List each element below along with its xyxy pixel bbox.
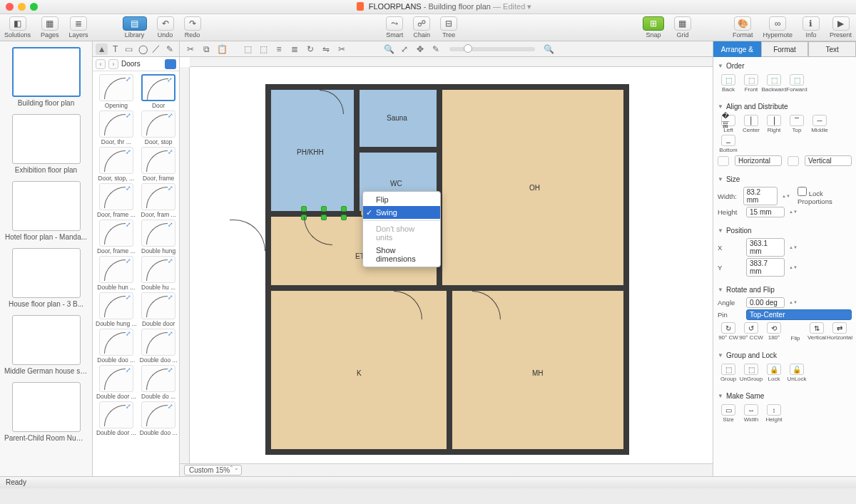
library-item[interactable]: ⤢Double doo ... [140,401,178,436]
order-forward[interactable]: ⬚Forward [786,74,807,93]
page-thumb[interactable]: Middle German house sc... [4,315,88,375]
size-header[interactable]: Size [718,173,852,185]
line-tool[interactable]: ／ [151,43,163,55]
group-tool[interactable]: ⬚ [241,43,254,55]
format-button[interactable]: 🎨 [734,16,751,31]
tree-button[interactable]: ⊟ [440,16,457,31]
grid-button[interactable]: ▦ [674,16,691,31]
tab-arrange[interactable]: Arrange & Size [713,41,761,57]
align-tool[interactable]: ≡ [272,43,285,55]
zoom-select[interactable]: Custom 15% [184,465,242,475]
rotate-header[interactable]: Rotate and Flip [718,284,852,296]
info-button[interactable]: ℹ [802,16,820,31]
library-item[interactable]: ⤢Door, frame ... [96,183,137,218]
align-top[interactable]: ⎺Top [786,115,807,133]
undo-button[interactable]: ↶ [157,16,174,31]
page-thumb[interactable]: Exhibition floor plan [4,114,88,174]
rot-180[interactable]: ⟲180° [763,322,785,341]
library-item[interactable]: ⤢Door, fram ... [140,183,178,218]
grp-group[interactable]: ⬚Group [718,364,739,382]
align-left[interactable]: �畐Left [718,115,739,133]
zoom-window-button[interactable] [30,3,38,11]
distribute-tool[interactable]: ≣ [288,43,301,55]
library-item[interactable]: ⤢Double doo ... [140,329,178,364]
pin-select[interactable]: Top-Center [746,309,852,320]
ctx-swing[interactable]: Swing [363,206,440,219]
rotate-tool[interactable]: ↻ [304,43,317,55]
drawing-canvas[interactable]: ✂ ⧉ 📋 ⬚ ⬚ ≡ ≣ ↻ ⇋ ✂ 🔍 ⤢ ✥ ✎ 🔍 [180,41,713,476]
lib-options-button[interactable] [165,59,176,69]
paste-button[interactable]: 📋 [215,43,228,55]
rot-cw[interactable]: ↻90° CW [718,322,739,341]
lib-fwd-button[interactable]: › [108,59,118,69]
lib-back-button[interactable]: ‹ [96,59,106,69]
text-tool[interactable]: T [109,43,121,55]
ungroup-tool[interactable]: ⬚ [257,43,270,55]
page-thumb[interactable]: Hotel floor plan - Manda... [4,181,88,241]
solutions-button[interactable]: ◧ [9,16,26,31]
dist-v-select[interactable]: Vertical [805,155,852,166]
layers-button[interactable]: ≣ [70,16,87,31]
position-header[interactable]: Position [718,225,852,237]
order-front[interactable]: ⬚Front [740,74,762,93]
rot-ccw[interactable]: ↺90° CCW [740,322,762,341]
tab-text[interactable]: Text [808,41,856,57]
library-item[interactable]: ⤢Door, thr ... [96,110,137,145]
align-right[interactable]: ⎮Right [763,115,785,133]
library-item[interactable]: ⤢Double hung ... [96,292,137,327]
align-middle[interactable]: ─Middle [809,115,830,133]
dist-h-select[interactable]: Horizontal [735,155,782,166]
close-window-button[interactable] [6,3,14,11]
library-item[interactable]: ⤢Double door ... [96,401,137,436]
selected-door[interactable] [304,212,347,217]
align-center[interactable]: ⎪Center [740,115,762,133]
eyedrop-tool[interactable]: ✎ [429,43,442,55]
grp-unlock[interactable]: 🔓UnLock [786,364,807,382]
library-item[interactable]: ⤢Double doo ... [96,329,137,364]
same-width[interactable]: ↔Width [740,404,762,423]
library-item[interactable]: ⤢Double door ... [96,365,137,400]
group-header[interactable]: Group and Lock [718,349,852,361]
library-item[interactable]: ⤢Double do ... [140,365,178,400]
align-header[interactable]: Align and Distribute [718,101,852,113]
ellipse-tool[interactable]: ◯ [137,43,149,55]
library-item[interactable]: ⤢Double hung [140,220,178,254]
pointer-tool[interactable]: ▲ [96,43,108,55]
grp-ungroup[interactable]: ⬚UnGroup [740,364,762,382]
same-size[interactable]: ▭Size [718,404,739,423]
pan-tool[interactable]: ✥ [414,43,427,55]
library-item[interactable]: ⤢Door, stop, ... [96,147,137,182]
tab-format[interactable]: Format [761,41,809,57]
cut-button[interactable]: ✂ [184,43,197,55]
library-item[interactable]: ⤢Door, frame ... [96,220,137,254]
lock-proportions[interactable] [798,187,807,196]
rect-tool[interactable]: ▭ [123,43,135,55]
library-item[interactable]: ⤢Door, frame [140,147,178,182]
ctx-flip[interactable]: Flip [363,193,440,206]
page-thumb[interactable]: Parent-Child Room Num... [4,382,88,442]
library-item[interactable]: ⤢Door, stop [140,110,178,145]
minimize-window-button[interactable] [18,3,26,11]
page-thumb[interactable]: House floor plan - 3 B... [4,248,88,308]
order-back[interactable]: ⬚Back [718,74,739,93]
library-item[interactable]: ⤢Double hu ... [140,256,178,291]
library-item[interactable]: ⤢Door [140,74,178,109]
present-button[interactable]: ▶ [832,16,850,31]
flip-h[interactable]: ⇄Horizontal [829,322,850,341]
ctx-dont-show-units[interactable]: Don't show units [363,222,440,244]
copy-button[interactable]: ⧉ [200,43,213,55]
library-item[interactable]: ⤢Double hun ... [96,256,137,291]
zoom-out-button[interactable]: 🔍 [382,43,395,55]
height-field[interactable]: 15 mm [746,207,785,217]
floorplan[interactable]: Sauna PH/KHH WC OH ET K MH [265,84,629,455]
zoom-fit-button[interactable]: ⤢ [398,43,411,55]
x-field[interactable]: 363.1 mm [746,238,785,257]
flip-tool[interactable]: ⇋ [320,43,332,55]
pages-button[interactable]: ▦ [41,16,58,31]
y-field[interactable]: 383.7 mm [746,258,785,277]
order-backward[interactable]: ⬚Backward [763,74,785,93]
smart-button[interactable]: ⤳ [386,16,403,31]
angle-field[interactable]: 0.00 deg [746,297,785,308]
zoom-in-button[interactable]: 🔍 [542,43,555,55]
library-item[interactable]: ⤢Opening [96,74,137,109]
